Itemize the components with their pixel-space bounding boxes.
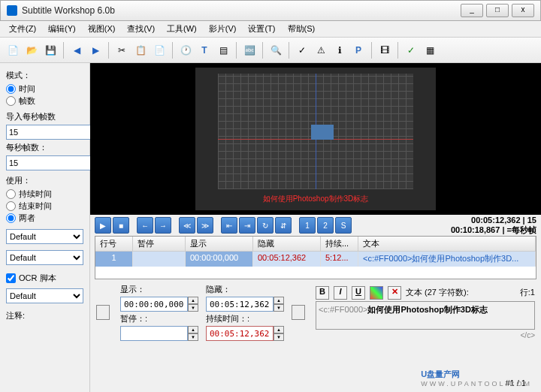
prev-button[interactable]: ← <box>137 217 153 234</box>
clock-icon[interactable]: 🕐 <box>177 42 194 59</box>
open-icon[interactable]: 📂 <box>23 42 40 59</box>
mode-frames-radio[interactable]: 帧数 <box>6 95 83 107</box>
doc-icon[interactable]: ▤ <box>215 42 231 59</box>
btn-1[interactable]: 1 <box>299 217 316 234</box>
menu-movie[interactable]: 影片(V) <box>204 22 241 36</box>
underline-button[interactable]: U <box>352 286 365 300</box>
rewind-button[interactable]: ≪ <box>179 217 195 234</box>
x-button[interactable]: ✕ <box>388 286 401 300</box>
col-hide[interactable]: 隐藏 <box>253 237 321 251</box>
table-row[interactable]: 1 00:00:00,000 00:05:12,362 5:12... <c:#… <box>95 252 536 267</box>
new-icon[interactable]: 📄 <box>5 42 21 59</box>
fps-combo[interactable]: ▼ <box>6 155 83 170</box>
fforward-button[interactable]: ≫ <box>197 217 213 234</box>
duration-label: 持续时间：: <box>206 313 284 324</box>
menu-tools[interactable]: 工具(W) <box>162 22 201 36</box>
color-button[interactable] <box>370 286 383 300</box>
closing-tag: </c> <box>316 331 535 339</box>
minimize-button[interactable]: _ <box>461 4 483 17</box>
line-label: 行:1 <box>520 287 535 298</box>
paste-icon[interactable]: 📄 <box>151 42 168 59</box>
sidebar: 模式： 时间 帧数 导入每秒帧数 ▼ 每秒帧数： ▼ 使用： 持续时间 结束时间… <box>0 63 90 392</box>
hide-time-input[interactable] <box>206 297 274 312</box>
mode-time-radio[interactable]: 时间 <box>6 83 83 95</box>
use-end-radio[interactable]: 结束时间 <box>6 201 83 212</box>
skip-back-button[interactable]: ⇤ <box>221 217 237 234</box>
btn-s[interactable]: S <box>335 217 352 234</box>
zoom-icon[interactable]: 🔍 <box>267 42 284 59</box>
use-both-radio[interactable]: 两者 <box>6 213 83 224</box>
save-icon[interactable]: 💾 <box>42 42 59 59</box>
app-icon <box>7 5 17 16</box>
skip-fwd-button[interactable]: ⇥ <box>239 217 255 234</box>
box-icon[interactable]: ▦ <box>422 42 438 59</box>
menu-view[interactable]: 视图(X) <box>83 22 120 36</box>
play-button[interactable]: ▶ <box>95 217 111 234</box>
menubar: 文件(Z) 编辑(Y) 视图(X) 查找(V) 工具(W) 影片(V) 设置(T… <box>0 21 541 38</box>
warning-icon[interactable]: ⚠ <box>313 42 329 59</box>
marker-button[interactable]: ⇵ <box>275 217 292 234</box>
col-show[interactable]: 显示 <box>186 237 253 251</box>
show-time-input[interactable] <box>120 297 188 312</box>
ocr-select[interactable]: Default <box>6 288 83 303</box>
pause-label: 暂停：: <box>120 313 198 324</box>
col-text[interactable]: 文本 <box>358 237 536 251</box>
toolbar: 📄 📂 💾 ◀ ▶ ✂ 📋 📄 🕐 T ▤ 🔤 🔍 ✓ ⚠ ℹ P 🎞 ✓ ▦ <box>0 38 541 63</box>
ocr-script-check[interactable]: OCR 脚本 <box>6 273 83 284</box>
cut-icon[interactable]: ✂ <box>113 42 130 59</box>
use-label: 使用： <box>6 175 83 186</box>
input-fps-label: 导入每秒帧数 <box>6 111 83 122</box>
menu-help[interactable]: 帮助(S) <box>283 22 320 36</box>
forward-icon[interactable]: ▶ <box>87 42 104 59</box>
next-sub-button[interactable] <box>292 305 305 320</box>
prev-sub-button[interactable] <box>96 305 110 320</box>
maximize-button[interactable]: □ <box>486 4 509 17</box>
window-title: Subtitle Workshop 6.0b <box>22 5 458 16</box>
profile2-select[interactable]: Default <box>6 250 83 265</box>
menu-settings[interactable]: 设置(T) <box>243 22 280 36</box>
col-pause[interactable]: 暂停 <box>133 237 186 251</box>
pause-time-input[interactable] <box>120 326 188 341</box>
video-preview[interactable]: 如何使用Photoshop制作3D标志 <box>90 63 541 215</box>
info-icon[interactable]: ℹ <box>331 42 348 59</box>
profile1-select[interactable]: Default <box>6 229 83 244</box>
col-num[interactable]: 行号 <box>95 237 133 251</box>
input-fps-combo[interactable]: ▼ <box>6 125 83 140</box>
italic-button[interactable]: I <box>334 286 347 300</box>
mode-label: 模式： <box>6 70 83 81</box>
stop-button[interactable]: ■ <box>113 217 129 234</box>
btn-2[interactable]: 2 <box>317 217 334 234</box>
watermark: U盘量产网 WWW.UPANTOOL.COM <box>421 367 532 387</box>
film-icon[interactable]: 🎞 <box>376 42 393 59</box>
spin-down[interactable]: ▼ <box>188 304 198 312</box>
spellcheck-icon[interactable]: ✓ <box>294 42 310 59</box>
check-icon[interactable]: ✓ <box>403 42 419 59</box>
back-icon[interactable]: ◀ <box>68 42 85 59</box>
menu-file[interactable]: 文件(Z) <box>5 22 41 36</box>
time-display: 00:05:12,362 | 1500:10:18,867 | =每秒帧 <box>451 216 536 236</box>
notes-label: 注释: <box>6 310 83 321</box>
translate-icon[interactable]: 🔤 <box>241 42 258 59</box>
show-label: 显示： <box>120 284 198 295</box>
bold-button[interactable]: B <box>316 286 329 300</box>
playback-bar: ▶ ■ ← → ≪ ≫ ⇤ ⇥ ↻ ⇵ 1 2 S 00:05:12,362 |… <box>90 215 541 236</box>
next-button[interactable]: → <box>155 217 171 234</box>
fps-label: 每秒帧数： <box>6 142 83 153</box>
menu-edit[interactable]: 编辑(Y) <box>44 22 80 36</box>
menu-search[interactable]: 查找(V) <box>122 22 159 36</box>
col-dur[interactable]: 持续... <box>321 237 358 251</box>
spin-up[interactable]: ▲ <box>188 297 198 304</box>
text-t-icon[interactable]: T <box>196 42 213 59</box>
subtitle-grid: 行号 暂停 显示 隐藏 持续... 文本 1 00:00:00,000 00:0… <box>95 236 536 279</box>
subtitle-text-input[interactable]: <c:#FF0000>如何使用Photoshop制作3D标志 <box>316 301 535 330</box>
duration-time-input[interactable] <box>206 326 274 341</box>
subtitle-overlay: 如何使用Photoshop制作3D标志 <box>195 194 436 204</box>
close-button[interactable]: x <box>512 4 534 17</box>
text-count-label: 文本 (27 字符数): <box>406 287 469 298</box>
copy-icon[interactable]: 📋 <box>132 42 149 59</box>
loop-button[interactable]: ↻ <box>257 217 274 234</box>
use-duration-radio[interactable]: 持续时间 <box>6 188 83 200</box>
hide-label: 隐藏： <box>206 284 284 295</box>
pascal-icon[interactable]: P <box>350 42 367 59</box>
